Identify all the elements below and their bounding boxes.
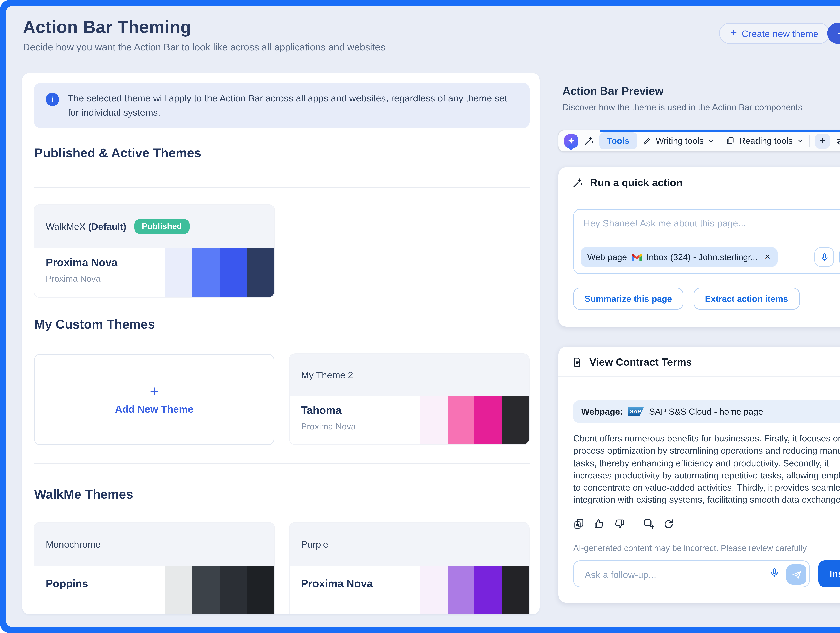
theme-color-swatches — [420, 396, 529, 444]
card-header: Run a quick action — [559, 167, 840, 197]
info-icon: i — [46, 93, 59, 106]
add-tool-button[interactable]: + — [815, 133, 830, 148]
follow-up-input[interactable] — [583, 561, 754, 588]
follow-up-row: Insert — [573, 560, 840, 587]
ai-response-text: Cbont offers numerous benefits for busin… — [573, 433, 840, 507]
send-button[interactable] — [786, 564, 807, 585]
card-header: View Contract Terms — [559, 347, 840, 377]
color-swatch — [502, 566, 529, 614]
follow-up-input-wrap — [573, 560, 810, 587]
section-published-active-themes: Published & Active Themes — [34, 146, 201, 161]
preview-title: Action Bar Preview — [562, 85, 663, 98]
webpage-chip[interactable]: Webpage: SAP SAP S&S Cloud - home page — [573, 401, 840, 423]
sap-logo-icon: SAP — [628, 407, 644, 416]
color-swatch — [247, 248, 274, 297]
mic-button[interactable] — [769, 568, 780, 578]
info-banner-text: The selected theme will apply to the Act… — [68, 92, 516, 120]
add-new-theme-label: Add New Theme — [115, 403, 194, 415]
page-subtitle: Decide how you want the Action Bar to lo… — [23, 42, 385, 52]
themes-panel: i The selected theme will apply to the A… — [22, 73, 540, 614]
insert-button[interactable]: Insert — [818, 560, 840, 587]
send-button[interactable] — [839, 247, 840, 267]
reading-tools-label: Reading tools — [739, 136, 793, 146]
divider — [720, 135, 720, 147]
status-badge: Published — [134, 219, 189, 234]
tab-reading-tools[interactable]: Reading tools — [726, 136, 804, 146]
theme-color-swatches — [420, 566, 529, 614]
theme-color-swatches — [165, 566, 274, 614]
chevron-down-icon — [707, 137, 714, 144]
color-swatch — [219, 566, 247, 614]
theme-name: Monochrome — [46, 539, 101, 550]
color-swatch — [165, 248, 192, 297]
walkme-ai-icon[interactable] — [564, 134, 578, 147]
thumbs-up-icon[interactable] — [594, 518, 605, 529]
theme-name: WalkMeX (Default) — [46, 221, 126, 232]
color-swatch — [447, 396, 474, 444]
writing-tools-label: Writing tools — [656, 136, 704, 146]
publish-button[interactable]: Publish — [827, 23, 840, 44]
theme-card-my-theme-2[interactable]: My Theme 2 Tahoma Proxima Nova — [290, 354, 529, 444]
plus-icon: + — [150, 384, 159, 398]
info-banner: i The selected theme will apply to the A… — [34, 83, 529, 128]
theme-card-body: Proxima Nova — [290, 566, 529, 614]
pages-icon — [726, 136, 735, 145]
ai-disclaimer: AI-generated content may be incorrect. P… — [573, 544, 807, 553]
webpage-chip-value: SAP S&S Cloud - home page — [649, 407, 763, 417]
divider — [34, 188, 529, 188]
mic-icon — [819, 252, 829, 262]
theme-card-walkmex[interactable]: WalkMeX (Default) Published Proxima Nova… — [34, 205, 274, 297]
tab-writing-tools[interactable]: Writing tools — [642, 136, 714, 146]
color-swatch — [502, 396, 529, 444]
window-border: Action Bar Theming Decide how you want t… — [0, 0, 840, 633]
thumbs-down-icon[interactable] — [614, 518, 625, 529]
add-to-chat-icon[interactable] — [643, 518, 655, 529]
page-title: Action Bar Theming — [23, 17, 191, 38]
theme-name: My Theme 2 — [301, 369, 353, 380]
chip-label: Web page — [587, 252, 627, 262]
section-walkme-themes: WalkMe Themes — [34, 487, 133, 502]
summarize-page-button[interactable]: Summarize this page — [573, 287, 684, 310]
pencil-icon — [642, 136, 652, 145]
theme-color-swatches — [165, 248, 274, 297]
chip-close-icon[interactable]: ✕ — [764, 253, 771, 261]
theme-card-body: Poppins — [34, 566, 274, 614]
color-swatch — [247, 566, 274, 614]
extract-action-items-button[interactable]: Extract action items — [693, 287, 799, 310]
webpage-chip-label: Webpage: — [581, 407, 623, 417]
quick-action-input[interactable]: Hey Shanee! Ask me about this page... We… — [573, 209, 840, 274]
regenerate-icon[interactable] — [663, 518, 674, 529]
mic-icon — [769, 568, 780, 578]
color-swatch — [420, 396, 447, 444]
web-page-chip[interactable]: Web page Inbox (324) - John.sterlingr...… — [581, 247, 777, 267]
copy-icon[interactable] — [573, 518, 585, 529]
create-new-theme-button[interactable]: + Create new theme — [719, 23, 830, 44]
document-icon — [572, 357, 583, 368]
action-bar-theming-page: Action Bar Theming Decide how you want t… — [6, 6, 840, 627]
color-swatch — [474, 396, 502, 444]
color-swatch — [474, 566, 502, 614]
tab-tools[interactable]: Tools — [599, 133, 637, 149]
theme-font: Poppins — [46, 578, 165, 590]
theme-subfont: Proxima Nova — [46, 273, 165, 284]
paper-plane-icon — [838, 28, 840, 38]
divider — [34, 463, 529, 464]
theme-card-purple[interactable]: Purple Proxima Nova — [290, 523, 529, 614]
magic-wand-icon[interactable] — [583, 136, 594, 146]
color-swatch — [447, 566, 474, 614]
mic-button[interactable] — [815, 247, 834, 267]
add-new-theme-card[interactable]: + Add New Theme — [34, 354, 274, 445]
theme-card-body: Tahoma Proxima Nova — [290, 396, 529, 444]
theme-card-header: My Theme 2 — [290, 354, 529, 396]
theme-card-header: WalkMeX (Default) Published — [34, 205, 274, 248]
view-contract-terms-card: View Contract Terms Webpage: SAP SAP S&S… — [559, 347, 840, 603]
suggestion-pills: Summarize this page Extract action items — [573, 287, 799, 310]
card-title: View Contract Terms — [589, 356, 836, 368]
color-swatch — [192, 566, 219, 614]
magic-wand-icon — [572, 177, 583, 188]
color-swatch — [219, 248, 247, 297]
divider — [809, 135, 809, 147]
sliders-icon[interactable] — [835, 136, 840, 146]
input-placeholder: Hey Shanee! Ask me about this page... — [583, 218, 746, 229]
theme-card-monochrome[interactable]: Monochrome Poppins — [34, 523, 274, 614]
